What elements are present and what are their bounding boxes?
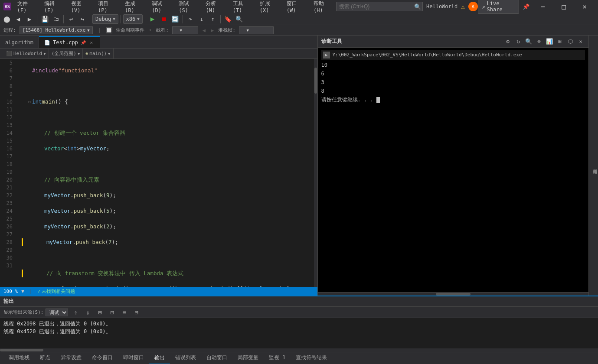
step-into-btn[interactable]: ↓ — [196, 14, 207, 24]
process-dropdown[interactable]: [15468] HelloWorld.exe ▼ — [20, 26, 93, 34]
toolbar-save-all-btn[interactable]: 🗂 — [51, 14, 61, 24]
bullet1: • — [149, 27, 152, 33]
diag-float-btn[interactable]: ⬡ — [566, 37, 575, 46]
stack-dropdown[interactable]: ▼ — [239, 26, 274, 34]
live-share-button[interactable]: ↗ Live Share — [478, 0, 519, 14]
console-output[interactable]: ▶ Y:\002_WorkSpace\002_VS\HelloWorld\Hel… — [318, 48, 589, 292]
toolbar-back-btn[interactable]: ◀ — [13, 14, 23, 24]
lifecycle-label: 生命周期事件 — [116, 27, 144, 33]
menu-build[interactable]: 生成(B) — [121, 0, 147, 15]
toolbar-new-btn[interactable]: ⬤ — [2, 14, 12, 24]
menu-view[interactable]: 视图(V) — [68, 0, 94, 15]
code-editor[interactable]: 5 6 7 8 9 10 11 12 13 14 15 16 17 18 19 … — [0, 59, 317, 287]
platform-label: x86 — [126, 16, 136, 22]
tab-immediate[interactable]: 即时窗口 — [118, 352, 149, 364]
code-content[interactable]: #include "functional" ⊟int main() { // 创… — [18, 59, 314, 287]
panel-controls: ⚙ ↻ 🔍 ⊖ 📊 ⊞ ⬡ × — [503, 37, 585, 46]
bottom-hscrollbar[interactable] — [0, 348, 598, 352]
tab-algorithm[interactable]: algorithm — [0, 36, 39, 48]
file-path-dropdown[interactable]: ⬛ HelloWorld ▼ — [3, 49, 49, 59]
diagnostics-panel: 诊断工具 ⚙ ↻ 🔍 ⊖ 📊 ⊞ ⬡ × ▶ Y:\002_WorkSpace\… — [317, 36, 589, 296]
bookmark-btn[interactable]: 🔖 — [223, 14, 233, 24]
bottom-output[interactable]: 线程 0x2098 已退出，返回值为 0 (0x0)。 线程 0x4520 已退… — [0, 318, 598, 348]
cursor-blink — [376, 97, 380, 103]
toolbar-forward-btn[interactable]: ▶ — [24, 14, 35, 24]
diag-refresh-btn[interactable]: ↻ — [514, 37, 523, 46]
source-select[interactable]: 调试 — [46, 309, 68, 316]
search-icon[interactable]: 🔍 — [414, 3, 421, 10]
diag-zoom-in-btn[interactable]: 🔍 — [524, 37, 533, 46]
toolbar-undo-btn[interactable]: ↩ — [66, 14, 76, 24]
output-copy-btn[interactable]: ⊞ — [96, 308, 105, 317]
close-button[interactable]: × — [575, 0, 595, 13]
thread-dropdown[interactable]: ▼ — [172, 26, 198, 34]
step-over-btn[interactable]: ↷ — [185, 14, 196, 24]
function-label: main() — [89, 51, 107, 56]
debug-config-dropdown[interactable]: Debug ▼ — [92, 14, 118, 24]
menu-tools[interactable]: 工具(T) — [229, 0, 255, 15]
function-dropdown[interactable]: ⊕ main() ▼ — [83, 49, 113, 59]
tab-output[interactable]: 输出 — [149, 352, 170, 364]
tab-command-window[interactable]: 命令窗口 — [87, 352, 118, 364]
platform-dropdown[interactable]: x86 ▼ — [123, 14, 143, 24]
pin-icon[interactable]: 📌 — [523, 3, 529, 10]
tab-find-symbol-label: 查找符号结果 — [296, 354, 327, 361]
editor-status-bar: 100 % ▼ | ✓ 未找到相关问题 — [0, 287, 317, 296]
user-avatar[interactable]: A — [468, 2, 478, 11]
scope-dropdown[interactable]: (全局范围) ▼ — [49, 49, 83, 59]
code-line-17 — [22, 254, 310, 262]
tab-test-cpp[interactable]: 📄 Test.cpp 📌 × — [39, 36, 100, 48]
bottom-hscrollbar-thumb[interactable] — [0, 349, 43, 351]
diag-pin-btn[interactable]: ⊞ — [556, 37, 564, 46]
toolbar-redo-btn[interactable]: ↪ — [77, 14, 88, 24]
output-filter-btn[interactable]: ⊟ — [132, 308, 141, 317]
diag-zoom-out-btn[interactable]: ⊖ — [535, 37, 543, 46]
tab-close-button[interactable]: × — [88, 39, 95, 46]
scrollbar-thumb[interactable] — [314, 68, 317, 94]
menu-extensions[interactable]: 扩展(X) — [256, 0, 282, 15]
menu-file[interactable]: 文件(F) — [14, 0, 40, 15]
toolbar-save-btn[interactable]: 💾 — [39, 14, 50, 24]
diag-close-btn[interactable]: × — [576, 37, 585, 46]
output-wrap-btn[interactable]: ≡ — [120, 308, 129, 317]
sep1 — [37, 15, 37, 23]
minimize-button[interactable]: − — [533, 0, 553, 13]
main-wrapper: algorithm 📄 Test.cpp 📌 × ⬛ HelloWorld ▼ … — [0, 36, 598, 364]
output-scroll-bottom-btn[interactable]: ⇓ — [84, 308, 92, 317]
menu-analyze[interactable]: 分析(N) — [202, 0, 228, 15]
live-share-label: Live Share — [487, 0, 515, 13]
continue-btn[interactable]: ▶ — [147, 14, 158, 24]
tab-exception-settings[interactable]: 异常设置 — [56, 352, 87, 364]
code-line-12: // 向容器中插入元素 — [22, 176, 310, 184]
sep5 — [145, 15, 145, 23]
menu-project[interactable]: 项目(P) — [95, 0, 121, 15]
output-clear-btn[interactable]: ⊡ — [108, 308, 117, 317]
menu-help[interactable]: 帮助(H) — [310, 0, 336, 15]
tab-locals[interactable]: 局部变量 — [232, 352, 264, 364]
tab-breakpoints[interactable]: 断点 — [35, 352, 56, 364]
tab-error-list[interactable]: 错误列表 — [170, 352, 201, 364]
step-out-btn[interactable]: ↑ — [208, 14, 218, 24]
diag-settings-btn[interactable]: ⚙ — [503, 37, 512, 46]
restore-button[interactable]: □ — [554, 0, 574, 13]
output-scroll-top-btn[interactable]: ⇑ — [72, 308, 80, 317]
vertical-scrollbar[interactable] — [314, 59, 317, 287]
tab-find-symbol[interactable]: 查找符号结果 — [291, 352, 332, 364]
restart-btn[interactable]: 🔄 — [170, 14, 180, 24]
diag-chart-btn[interactable]: 📊 — [545, 37, 554, 46]
menu-edit[interactable]: 编辑(E) — [41, 0, 67, 15]
bottom-tabs: 调用堆栈 断点 异常设置 命令窗口 即时窗口 输出 错误列表 自动窗口 局部变量… — [0, 352, 598, 364]
menu-debug[interactable]: 调试(D) — [148, 0, 174, 15]
tab-auto-window[interactable]: 自动窗口 — [201, 352, 232, 364]
menu-window[interactable]: 窗口(W) — [283, 0, 309, 15]
diag-hscrollbar[interactable] — [318, 292, 589, 296]
find-btn[interactable]: 🔍 — [234, 14, 245, 24]
tab-watch1[interactable]: 监视 1 — [264, 352, 291, 364]
menu-test[interactable]: 测试(S) — [175, 0, 201, 15]
search-input[interactable] — [336, 2, 423, 11]
code-line-7: ⊟int main() { — [22, 98, 310, 106]
tab-pin-icon[interactable]: 📌 — [81, 40, 86, 45]
tab-callstack[interactable]: 调用堆栈 — [3, 352, 35, 364]
stop-btn[interactable]: ⏹ — [159, 14, 169, 24]
console-output-line-4: 8 — [321, 87, 585, 95]
